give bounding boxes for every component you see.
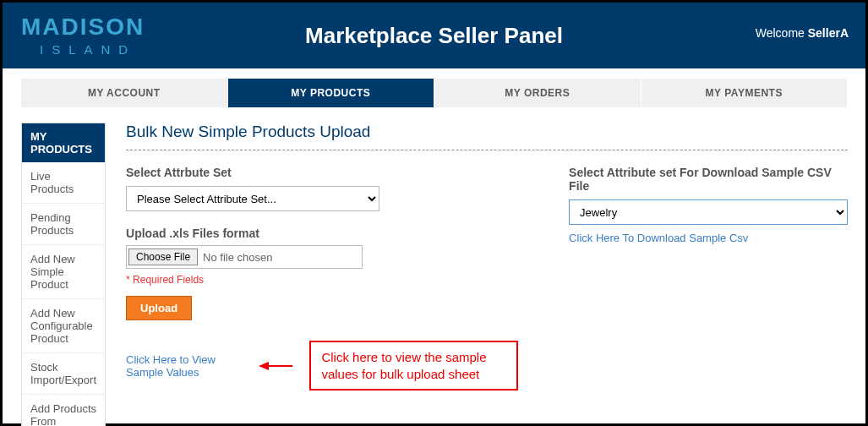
- download-attr-select[interactable]: Jewelry: [569, 199, 848, 225]
- upload-label: Upload .xls Files format: [126, 227, 518, 240]
- main-panel: Bulk New Simple Products Upload Select A…: [126, 123, 848, 426]
- sidebar-title: MY PRODUCTS: [22, 123, 105, 162]
- attr-set-select[interactable]: Please Select Attribute Set...: [126, 186, 379, 211]
- logo-bottom: ISLAND: [40, 42, 145, 57]
- sidebar-item-add-from-catalog[interactable]: Add Products From Catalog: [22, 395, 105, 426]
- sidebar-item-stock-import-export[interactable]: Stock Import/Export: [22, 353, 105, 395]
- welcome-text: Welcome SellerA: [756, 26, 849, 40]
- sidebar-item-pending-products[interactable]: Pending Products: [22, 204, 105, 245]
- tab-my-payments[interactable]: MY PAYMENTS: [641, 79, 848, 107]
- sidebar-item-live-products[interactable]: Live Products: [22, 162, 105, 204]
- choose-file-button[interactable]: Choose File: [128, 248, 198, 265]
- file-input-row: Choose File No file chosen: [126, 245, 363, 269]
- sidebar: MY PRODUCTS Live Products Pending Produc…: [21, 123, 106, 426]
- callout-box: Click here to view the sample values for…: [309, 341, 518, 390]
- download-sample-csv-link[interactable]: Click Here To Download Sample Csv: [569, 232, 748, 244]
- logo: MADISON ISLAND: [21, 15, 145, 57]
- upload-button[interactable]: Upload: [126, 296, 192, 320]
- sidebar-item-add-configurable[interactable]: Add New Configurable Product: [22, 299, 105, 353]
- file-chosen-text: No file chosen: [203, 251, 272, 264]
- tab-my-products[interactable]: MY PRODUCTS: [228, 79, 434, 107]
- sidebar-item-add-simple[interactable]: Add New Simple Product: [22, 245, 105, 299]
- tab-my-account[interactable]: MY ACCOUNT: [21, 79, 227, 107]
- view-sample-values-link[interactable]: Click Here to View Sample Values: [126, 353, 242, 379]
- main-tabs: MY ACCOUNT MY PRODUCTS MY ORDERS MY PAYM…: [21, 79, 847, 107]
- attr-set-label: Select Attrbute Set: [126, 166, 518, 179]
- tab-my-orders[interactable]: MY ORDERS: [434, 79, 641, 107]
- welcome-user: SellerA: [808, 26, 849, 40]
- page-title: Bulk New Simple Products Upload: [126, 123, 848, 141]
- download-attr-label: Select Attribute set For Download Sample…: [569, 166, 848, 193]
- header-bar: MADISON ISLAND Marketplace Seller Panel …: [3, 3, 865, 68]
- welcome-prefix: Welcome: [756, 26, 808, 40]
- logo-top: MADISON: [21, 15, 145, 39]
- arrow-icon: [259, 360, 292, 372]
- divider: [126, 150, 848, 150]
- required-fields-note: * Required Fields: [126, 274, 518, 286]
- svg-marker-1: [259, 362, 269, 370]
